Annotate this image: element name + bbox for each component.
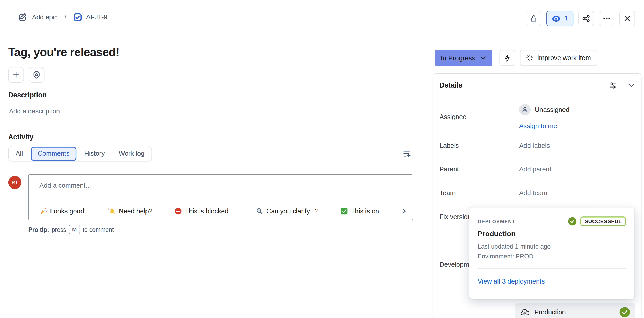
more-button[interactable] [599,11,614,26]
collapse-chevron-icon[interactable] [628,83,634,88]
comment-box[interactable]: Add a comment... Looks good! [28,174,413,220]
popup-eyebrow: DEPLOYMENT [478,218,515,224]
task-type-icon[interactable] [74,13,82,21]
eye-icon [551,15,561,22]
quick-reply-need-help[interactable]: Need help? [108,207,152,215]
apps-button[interactable] [29,67,44,83]
field-label-team: Team [440,189,456,197]
field-value-team[interactable]: Add team [519,189,547,197]
quick-replies-overflow-chevron[interactable] [401,208,407,214]
chevron-down-icon [480,56,486,60]
no-entry-icon [175,207,182,215]
quick-reply-blocked[interactable]: This is blocked... [175,207,234,215]
magnifier-icon [256,207,264,215]
ai-sparkle-icon [526,54,534,62]
deployment-chip-label: Production [534,308,566,316]
share-button[interactable] [578,11,594,26]
tab-all[interactable]: All [9,150,30,157]
ellipsis-icon [603,15,611,23]
breadcrumb-separator: / [65,13,67,21]
view-all-deployments-link[interactable]: View all 3 deployments [478,278,626,285]
popup-divider [478,268,626,269]
watch-count: 1 [565,15,568,23]
activity-heading: Activity [8,133,33,141]
check-box-icon [341,207,348,215]
assign-to-me-link[interactable]: Assign to me [519,122,557,130]
assignee-value[interactable]: Unassigned [519,104,569,115]
close-icon [623,15,631,23]
status-dropdown[interactable]: In Progress [435,50,492,66]
improve-work-item-button[interactable]: Improve work item [520,50,597,66]
configure-fields-icon[interactable] [609,81,617,90]
waving-hand-icon [108,207,116,215]
cloud-upload-icon [520,308,530,316]
breadcrumb: Add epic / AFJT-9 [18,13,107,22]
field-label-assignee: Assignee [440,113,466,121]
party-popper-icon [39,207,47,215]
deployment-popup: DEPLOYMENT SUCCESSFUL Production Last up… [469,207,634,299]
page-title[interactable]: Tag, you're released! [8,46,119,59]
success-check-icon [568,217,577,226]
jira-issue-view: Add epic / AFJT-9 [0,0,644,318]
breadcrumb-issue-key[interactable]: AFJT-9 [86,13,107,21]
field-label-labels: Labels [440,142,459,150]
comment-placeholder[interactable]: Add a comment... [39,182,91,190]
status-badge: SUCCESSFUL [580,216,626,226]
field-value-parent[interactable]: Add parent [519,165,551,173]
popup-environment: Environment: PROD [478,253,626,260]
description-heading: Description [8,91,47,99]
tab-history[interactable]: History [77,150,112,157]
field-label-parent: Parent [440,165,459,173]
pro-tip: Pro tip: press M to comment [28,225,114,234]
automation-button[interactable] [499,50,515,66]
tab-worklog[interactable]: Work log [112,150,151,157]
quick-reply-clarify[interactable]: Can you clarify...? [256,207,318,215]
watch-button[interactable]: 1 [546,11,573,26]
header-actions: 1 [526,11,635,26]
unlock-icon [529,15,538,23]
popup-updated: Last updated 1 minute ago [478,243,626,250]
lightning-icon [503,54,511,62]
tab-comments[interactable]: Comments [31,147,77,161]
close-button[interactable] [619,11,635,26]
add-epic-icon [18,13,27,22]
add-button[interactable] [8,67,24,83]
popup-title: Production [478,230,626,238]
quick-replies: Looks good! Need help? [39,207,407,215]
sort-button[interactable] [400,148,414,161]
avatar[interactable]: RT [8,176,21,189]
quick-reply-looks-good[interactable]: Looks good! [39,207,86,215]
deployment-success-icon [619,307,630,317]
lock-button[interactable] [526,11,541,26]
hexagon-badge-icon [32,71,41,79]
sort-icon [402,149,412,159]
details-title: Details [440,81,462,90]
breadcrumb-add-epic[interactable]: Add epic [32,13,58,21]
activity-tabs: All Comments History Work log [8,146,152,161]
person-icon [519,104,531,115]
plus-icon [12,71,20,79]
share-icon [582,15,590,23]
details-header: Details [440,81,635,90]
quick-reply-on-track[interactable]: This is on [341,207,379,215]
title-actions [8,67,45,83]
field-value-labels[interactable]: Add labels [519,142,550,150]
description-placeholder[interactable]: Add a description... [9,108,65,115]
deployment-chip[interactable]: Production [515,303,635,318]
keyboard-key-m: M [69,225,80,234]
